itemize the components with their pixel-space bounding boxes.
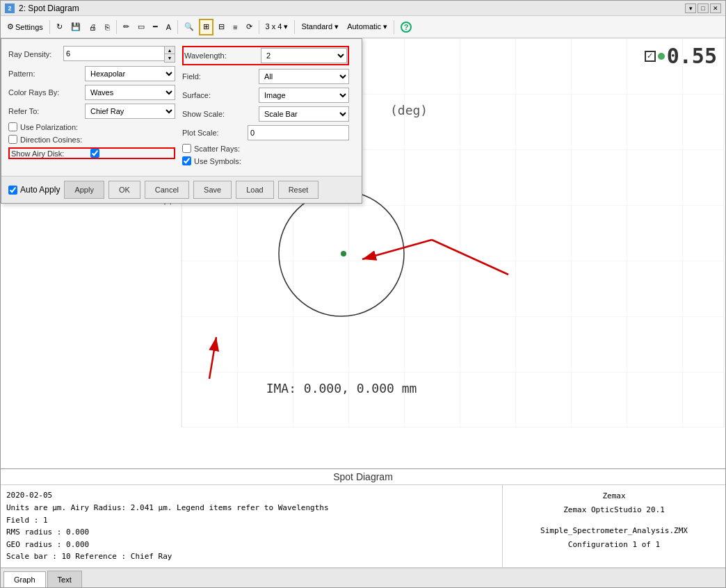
stack-icon: ≡ — [233, 23, 237, 31]
main-window: 2 2: Spot Diagram ▾ □ ✕ ⚙ Settings ↻ 💾 🖨… — [0, 0, 726, 588]
pencil-icon: ✏ — [123, 22, 129, 31]
line-button[interactable]: ━ — [150, 19, 161, 35]
title-bar-left: 2 2: Spot Diagram — [5, 3, 79, 13]
refer-to-select[interactable]: Chief Ray Centroid Middle — [85, 104, 175, 119]
field-select[interactable]: All 1 2 3 — [259, 69, 349, 84]
file-label: Simple_Spectrometer_Analysis.ZMX — [508, 524, 720, 538]
settings-button[interactable]: ⚙ Settings — [3, 19, 47, 35]
print-button[interactable]: 🖨 — [86, 19, 100, 35]
tab-text[interactable]: Text — [47, 571, 82, 587]
ray-density-label: Ray Density: — [8, 50, 63, 58]
copy-button[interactable]: ⎘ — [102, 19, 113, 35]
ray-density-input-group: ▲ ▼ — [63, 46, 175, 63]
scatter-rays-checkbox[interactable] — [182, 144, 191, 153]
help-button[interactable]: ? — [397, 19, 415, 35]
settings-left-column: Ray Density: ▲ ▼ Pattern: Hexapolar — [8, 46, 175, 169]
field-row: Field: All 1 2 3 — [182, 69, 349, 84]
color-rays-select[interactable]: Waves Fields Config — [85, 85, 175, 100]
ray-density-spin: ▲ ▼ — [164, 46, 175, 63]
separator-6 — [394, 20, 394, 34]
text-tool-button[interactable]: A — [163, 19, 175, 35]
reset-button[interactable]: Reset — [278, 181, 319, 199]
stack-button[interactable]: ≡ — [229, 19, 241, 35]
save-file-button[interactable]: 💾 — [67, 19, 84, 35]
close-button[interactable]: ✕ — [710, 3, 721, 13]
copy-icon: ⎘ — [105, 23, 110, 31]
line-icon: ━ — [153, 22, 158, 31]
pattern-row: Pattern: Hexapolar Square Dithered — [8, 66, 175, 81]
settings-right-column: Wavelength: All 1 2 3 Field: All 1 — [182, 46, 349, 169]
grid-highlighted-button[interactable]: ⊞ — [199, 19, 213, 35]
svg-text:IMA: 0.000, 0.000 mm: IMA: 0.000, 0.000 mm — [266, 381, 417, 395]
separator-2 — [116, 20, 117, 34]
pencil-button[interactable]: ✏ — [120, 19, 133, 35]
plot-scale-row: Plot Scale: — [182, 125, 349, 140]
zoom-button[interactable]: 🔍 — [181, 19, 197, 35]
minimize-button[interactable]: ▾ — [685, 3, 696, 13]
plot-scale-input[interactable] — [248, 125, 349, 140]
wavelength-select[interactable]: All 1 2 3 — [261, 48, 347, 63]
bottom-tabs: Graph Text — [1, 568, 725, 587]
ray-density-down[interactable]: ▼ — [165, 54, 175, 62]
cancel-button[interactable]: Cancel — [145, 181, 189, 199]
color-rays-label: Color Rays By: — [8, 88, 85, 97]
pattern-select[interactable]: Hexapolar Square Dithered — [85, 66, 175, 81]
show-scale-row: Show Scale: Scale Bar None — [182, 106, 349, 122]
show-airy-disk-label: Show Airy Disk: — [11, 149, 88, 158]
surface-row: Surface: Image 1 2 — [182, 88, 349, 103]
direction-cosines-checkbox[interactable] — [8, 135, 17, 144]
pattern-label: Pattern: — [8, 70, 85, 78]
separator-1 — [49, 20, 50, 34]
direction-cosines-label: Direction Cosines: — [20, 136, 97, 144]
layout-button[interactable]: ⊟ — [215, 19, 228, 35]
layout-icon: ⊟ — [218, 22, 225, 31]
scatter-rays-label: Scatter Rays: — [194, 145, 271, 153]
svg-text:(deg): (deg) — [390, 103, 428, 117]
ok-button[interactable]: OK — [108, 181, 140, 199]
tab-graph[interactable]: Graph — [3, 571, 46, 587]
settings-content: Ray Density: ▲ ▼ Pattern: Hexapolar — [1, 39, 362, 176]
wavelength-label: Wavelength: — [184, 51, 261, 60]
window-icon: 2 — [5, 3, 15, 13]
save-settings-button[interactable]: Save — [193, 181, 232, 199]
color-rays-row: Color Rays By: Waves Fields Config — [8, 85, 175, 100]
main-content: Ray Density: ▲ ▼ Pattern: Hexapolar — [1, 38, 725, 587]
bottom-info: Spot Diagram 2020-02-05 Units are µm. Ai… — [1, 468, 725, 568]
show-airy-disk-checkbox[interactable] — [90, 149, 99, 158]
use-symbols-checkbox[interactable] — [182, 156, 191, 165]
settings-panel: Ray Density: ▲ ▼ Pattern: Hexapolar — [1, 38, 362, 204]
separator-5 — [294, 20, 295, 34]
maximize-button[interactable]: □ — [697, 3, 709, 13]
info-right: Zemax Zemax OpticStudio 20.1 Simple_Spec… — [503, 485, 725, 567]
load-button[interactable]: Load — [236, 181, 273, 199]
direction-cosines-row: Direction Cosines: — [8, 135, 175, 144]
show-scale-label: Show Scale: — [182, 110, 259, 118]
cycle-button[interactable]: ⟳ — [243, 19, 256, 35]
apply-button[interactable]: Apply — [64, 181, 104, 199]
ray-density-up[interactable]: ▲ — [165, 47, 175, 54]
text-icon: A — [166, 23, 171, 31]
window-controls: ▾ □ ✕ — [685, 3, 721, 13]
geo-line: GEO radius : 0.000 — [6, 539, 497, 551]
refresh-button[interactable]: ↻ — [53, 19, 66, 35]
use-symbols-row: Use Symbols: — [182, 156, 349, 165]
scatter-rays-row: Scatter Rays: — [182, 144, 349, 153]
auto-apply-checkbox[interactable] — [8, 186, 17, 195]
standard-button[interactable]: Standard ▾ — [298, 19, 342, 35]
rect-icon: ▭ — [138, 22, 145, 31]
separator-4 — [259, 20, 259, 34]
rect-button[interactable]: ▭ — [134, 19, 148, 35]
field-line: Field : 1 — [6, 514, 497, 527]
rms-line: RMS radius : 0.000 — [6, 526, 497, 539]
show-scale-select[interactable]: Scale Bar None — [259, 106, 349, 122]
grid-size-button[interactable]: 3 x 4 ▾ — [262, 19, 292, 35]
use-polarization-checkbox[interactable] — [8, 122, 17, 131]
auto-apply-row: Auto Apply — [8, 185, 60, 195]
ray-density-row: Ray Density: ▲ ▼ — [8, 46, 175, 63]
surface-select[interactable]: Image 1 2 — [259, 88, 349, 103]
plot-scale-label: Plot Scale: — [182, 129, 248, 137]
ray-density-input[interactable] — [63, 46, 164, 61]
automatic-button[interactable]: Automatic ▾ — [344, 19, 391, 35]
info-left: 2020-02-05 Units are µm. Airy Radius: 2.… — [1, 485, 503, 567]
title-bar: 2 2: Spot Diagram ▾ □ ✕ — [1, 1, 725, 16]
